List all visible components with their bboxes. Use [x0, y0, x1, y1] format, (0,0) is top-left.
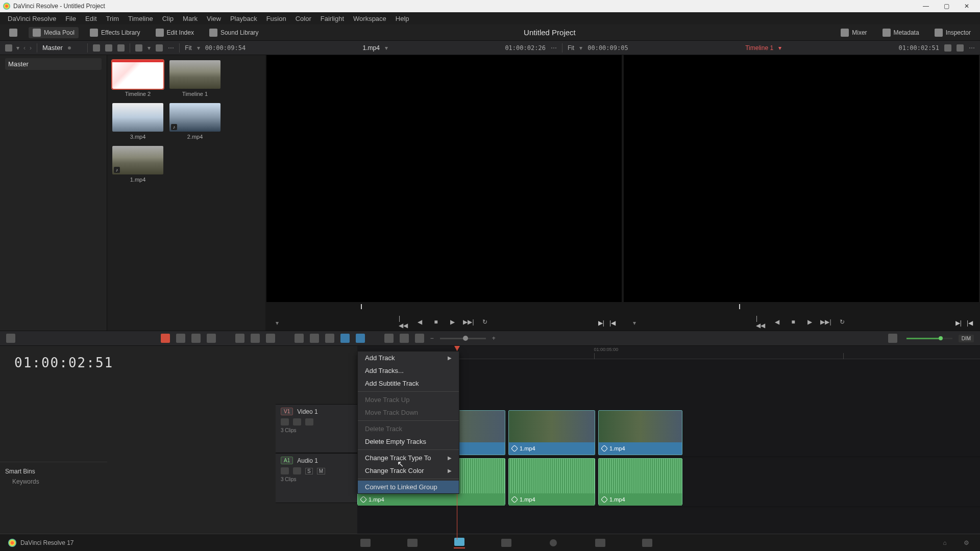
trim-tool[interactable] — [176, 334, 185, 343]
context-menu-item[interactable]: Delete Empty Tracks — [358, 435, 459, 448]
flag-dropdown[interactable] — [340, 334, 350, 343]
dim-button[interactable]: DIM — [959, 335, 974, 342]
source-zoom[interactable]: Fit — [185, 44, 191, 52]
dynamic-trim-tool[interactable] — [191, 334, 201, 343]
minimize-button[interactable]: — — [916, 0, 936, 12]
menu-clip[interactable]: Clip — [158, 15, 178, 22]
source-play[interactable]: ▶ — [448, 317, 457, 327]
bin-label[interactable]: Master — [42, 44, 63, 52]
media-page[interactable] — [360, 537, 371, 548]
smart-bins-title[interactable]: Smart Bins — [5, 466, 102, 477]
zoom-custom[interactable] — [415, 334, 424, 343]
menu-view[interactable]: View — [202, 15, 226, 22]
link-toggle[interactable] — [310, 334, 319, 343]
replace-clip[interactable] — [266, 334, 275, 343]
source-prev-frame[interactable]: ◀ — [415, 317, 424, 327]
search-icon[interactable] — [135, 44, 142, 52]
edit-page[interactable] — [454, 537, 465, 548]
video-track-tag[interactable]: V1 — [281, 408, 293, 415]
fusion-page[interactable] — [501, 537, 512, 548]
context-menu-item[interactable]: Change Track Color▶ — [358, 464, 459, 477]
menu-color[interactable]: Color — [291, 15, 316, 22]
media-thumb[interactable]: Timeline 2 — [112, 60, 163, 97]
snap-toggle[interactable] — [295, 334, 304, 343]
thumb-view-icon[interactable] — [93, 44, 100, 52]
video-clip[interactable]: 1.mp4 — [598, 410, 682, 455]
media-thumb[interactable]: 3.mp4 — [112, 103, 163, 140]
track-auto-select-icon[interactable] — [293, 418, 301, 425]
tl-stop[interactable]: ■ — [789, 317, 798, 327]
inspector-toggle[interactable]: Inspector — [930, 27, 975, 38]
timeline-zoom[interactable]: Fit — [568, 44, 574, 52]
timeline-name[interactable]: Timeline 1 — [745, 44, 773, 52]
audio-lock-icon[interactable] — [281, 467, 289, 474]
context-menu-item[interactable]: Add Track▶ — [358, 352, 459, 364]
tl-prev-frame[interactable]: ◀ — [772, 317, 781, 327]
zoom-detail[interactable] — [400, 334, 409, 343]
audio-auto-select-icon[interactable] — [293, 467, 301, 474]
zoom-slider[interactable] — [440, 338, 486, 339]
bin-master[interactable]: Master — [5, 58, 102, 70]
volume-slider[interactable] — [906, 338, 952, 339]
audio-track-tag[interactable]: A1 — [281, 457, 293, 464]
media-thumb[interactable]: ♪2.mp4 — [169, 103, 220, 140]
smart-bin-keywords[interactable]: Keywords — [5, 477, 102, 487]
source-mark-in[interactable]: ▶| — [598, 319, 604, 327]
edit-index-toggle[interactable]: Edit Index — [152, 27, 198, 38]
sort-icon[interactable] — [156, 44, 163, 52]
overwrite-clip[interactable] — [251, 334, 260, 343]
source-first-frame[interactable]: |◀◀ — [399, 317, 408, 327]
menu-trim[interactable]: Trim — [102, 15, 124, 22]
effects-library-toggle[interactable]: Effects Library — [86, 27, 144, 38]
menu-mark[interactable]: Mark — [178, 15, 202, 22]
audio-clip[interactable]: 1.mp4 — [508, 458, 595, 505]
context-menu-item[interactable]: Change Track Type To▶ — [358, 452, 459, 464]
menu-file[interactable]: File — [61, 15, 81, 22]
settings-icon[interactable]: ⚙ — [961, 537, 972, 548]
tl-play[interactable]: ▶ — [805, 317, 814, 327]
context-menu-item[interactable]: Convert to Linked Group — [358, 481, 459, 493]
insert-clip[interactable] — [235, 334, 244, 343]
view-mode-icon[interactable] — [5, 44, 12, 52]
audio-mute-button[interactable]: M — [317, 468, 325, 474]
menu-davinci[interactable]: DaVinci Resolve — [3, 15, 61, 22]
source-mark-out[interactable]: |◀ — [609, 319, 616, 327]
maximize-button[interactable]: ▢ — [936, 0, 957, 12]
source-loop[interactable]: ↻ — [480, 317, 489, 327]
media-pool-toggle[interactable]: Media Pool — [29, 27, 79, 38]
source-clip-name[interactable]: 1.mp4 — [363, 44, 380, 52]
selection-tool[interactable] — [161, 334, 170, 343]
mixer-toggle[interactable]: Mixer — [837, 27, 871, 38]
audio-solo-button[interactable]: S — [305, 468, 313, 474]
expand-toggle[interactable] — [5, 27, 21, 38]
menu-fairlight[interactable]: Fairlight — [316, 15, 349, 22]
tl-first-frame[interactable]: |◀◀ — [756, 317, 765, 327]
menu-edit[interactable]: Edit — [81, 15, 101, 22]
zoom-full[interactable] — [384, 334, 394, 343]
home-icon[interactable]: ⌂ — [939, 537, 950, 548]
menu-help[interactable]: Help — [391, 15, 414, 22]
menu-playback[interactable]: Playback — [226, 15, 262, 22]
source-last-frame[interactable]: ▶▶| — [464, 317, 473, 327]
timeline-scrubber[interactable] — [628, 304, 975, 313]
list-view-icon[interactable] — [117, 44, 125, 52]
timeline-timecode[interactable]: 01:00:02:51 — [0, 346, 357, 380]
volume-icon[interactable] — [888, 334, 897, 343]
audio-clip[interactable]: 1.mp4 — [598, 458, 682, 505]
lock-toggle[interactable] — [325, 334, 334, 343]
source-screen[interactable] — [266, 55, 622, 302]
menu-fusion[interactable]: Fusion — [262, 15, 291, 22]
close-button[interactable]: ✕ — [957, 0, 977, 12]
context-menu-item[interactable]: Add Tracks... — [358, 364, 459, 377]
tl-mark-in[interactable]: ▶| — [955, 319, 962, 327]
track-enable-icon[interactable] — [305, 418, 313, 425]
media-thumb[interactable]: ♪1.mp4 — [112, 146, 163, 183]
context-menu-item[interactable]: Add Subtitle Track — [358, 377, 459, 390]
sync-icon[interactable] — [944, 44, 951, 52]
color-page[interactable] — [548, 537, 559, 548]
tl-last-frame[interactable]: ▶▶| — [821, 317, 830, 327]
tl-loop[interactable]: ↻ — [838, 317, 847, 327]
timeline-view-options[interactable] — [6, 334, 15, 343]
media-thumb[interactable]: Timeline 1 — [169, 60, 220, 97]
menu-workspace[interactable]: Workspace — [349, 15, 391, 22]
